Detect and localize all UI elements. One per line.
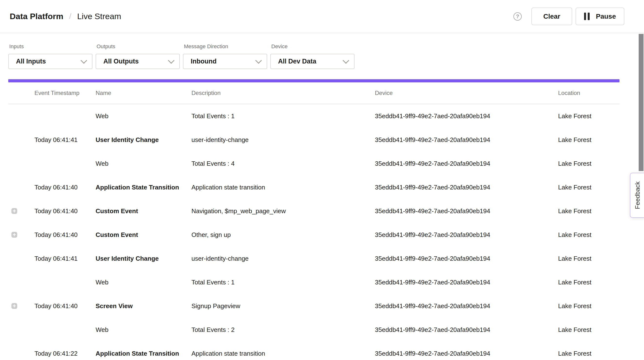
cell-location: Lake Forest [558,302,620,310]
column-header-device: Device [375,90,558,96]
expand-cell: + [8,113,34,119]
filter-outputs-label: Outputs [96,43,180,50]
expand-cell: + [8,279,34,285]
cell-device: 35eddb41-9ff9-49e2-7aed-20afa90eb194 [375,302,558,310]
event-row[interactable]: + Web Total Events : 1 35eddb41-9ff9-49e… [8,270,620,294]
cell-event-timestamp: Today 06:41:40 [34,302,96,310]
cell-event-timestamp: Today 06:41:41 [34,136,96,144]
cell-name: Application State Transition [96,184,192,191]
event-row[interactable]: + Today 06:41:41 User Identity Change us… [8,128,620,152]
cell-name: User Identity Change [96,255,192,262]
scrollbar-thumb[interactable] [639,34,644,171]
feedback-tab[interactable]: Feedback [630,173,644,218]
outputs-select[interactable]: All Outputs [96,54,180,69]
cell-device: 35eddb41-9ff9-49e2-7aed-20afa90eb194 [375,160,558,168]
cell-description: Total Events : 1 [192,279,375,286]
cell-device: 35eddb41-9ff9-49e2-7aed-20afa90eb194 [375,231,558,239]
column-header-event-timestamp: Event Timestamp [34,90,96,96]
event-row[interactable]: + Today 06:41:40 Custom Event Navigation… [8,199,620,223]
outputs-select-value: All Outputs [103,58,169,65]
cell-location: Lake Forest [558,184,620,191]
expand-cell: + [8,137,34,143]
column-header-description: Description [192,90,375,96]
cell-description: Total Events : 1 [192,112,375,120]
cell-description: user-identity-change [192,136,375,144]
cell-location: Lake Forest [558,160,620,168]
cell-location: Lake Forest [558,350,620,357]
cell-name: User Identity Change [96,136,192,144]
expand-cell: + [8,256,34,261]
top-bar: Data Platform / Live Stream ? Clear Paus… [0,0,644,33]
cell-name: Custom Event [96,231,192,239]
cell-device: 35eddb41-9ff9-49e2-7aed-20afa90eb194 [375,326,558,334]
cell-location: Lake Forest [558,255,620,262]
message-direction-select-value: Inbound [191,58,256,65]
filter-message-direction: Message Direction Inbound [183,33,267,69]
filter-device-label: Device [271,43,354,50]
device-select-value: All Dev Data [278,58,344,65]
event-row[interactable]: + Today 06:41:40 Custom Event Other, sig… [8,223,620,247]
expand-button[interactable]: + [12,303,17,309]
cell-description: Total Events : 2 [192,326,375,334]
cell-description: Other, sign up [192,231,375,239]
column-header-location: Location [558,90,620,96]
cell-description: Navigation, $mp_web_page_view [192,207,375,215]
event-row[interactable]: + Web Total Events : 4 35eddb41-9ff9-49e… [8,152,620,176]
pause-button[interactable]: Pause [576,7,624,25]
cell-location: Lake Forest [558,231,620,239]
inputs-select-value: All Inputs [16,58,82,65]
event-row[interactable]: + Today 06:41:40 Screen View Signup Page… [8,294,620,318]
cell-description: Application state transition [192,184,375,191]
cell-event-timestamp: Today 06:41:41 [34,255,96,262]
expand-cell: + [8,208,34,214]
stream-progress-bar [8,79,620,82]
event-row[interactable]: + Web Total Events : 2 35eddb41-9ff9-49e… [8,318,620,342]
column-header-name: Name [96,90,192,96]
clear-button[interactable]: Clear [532,7,572,25]
event-table-body: + Web Total Events : 1 35eddb41-9ff9-49e… [8,104,620,360]
live-stream-page: Data Platform / Live Stream ? Clear Paus… [0,0,644,360]
expand-button[interactable]: + [12,232,17,238]
event-table-header: Event Timestamp Name Description Device … [8,82,620,104]
breadcrumb: Data Platform / Live Stream [10,12,121,21]
event-row[interactable]: + Web Total Events : 1 35eddb41-9ff9-49e… [8,104,620,128]
inputs-select[interactable]: All Inputs [8,54,92,69]
chevron-down-icon [80,57,87,64]
expand-cell: + [8,184,34,190]
pause-button-label: Pause [596,12,616,20]
filter-device: Device All Dev Data [270,33,354,69]
cell-location: Lake Forest [558,279,620,286]
top-bar-actions: ? Clear Pause [514,7,624,25]
expand-button[interactable]: + [12,208,17,214]
event-table: Event Timestamp Name Description Device … [8,82,620,360]
message-direction-select[interactable]: Inbound [183,54,267,69]
help-icon[interactable]: ? [514,12,522,20]
device-select[interactable]: All Dev Data [270,54,354,69]
cell-name: Screen View [96,302,192,310]
cell-location: Lake Forest [558,207,620,215]
event-row[interactable]: + Today 06:41:40 Application State Trans… [8,176,620,199]
cell-description: Signup Pageview [192,302,375,310]
filter-inputs: Inputs All Inputs [8,33,92,69]
cell-name: Web [96,160,192,168]
chevron-down-icon [255,57,262,64]
cell-location: Lake Forest [558,112,620,120]
cell-name: Web [96,279,192,286]
cell-device: 35eddb41-9ff9-49e2-7aed-20afa90eb194 [375,255,558,262]
cell-description: user-identity-change [192,255,375,262]
feedback-tab-label: Feedback [634,181,641,209]
cell-device: 35eddb41-9ff9-49e2-7aed-20afa90eb194 [375,350,558,357]
chevron-down-icon [168,57,174,64]
cell-device: 35eddb41-9ff9-49e2-7aed-20afa90eb194 [375,136,558,144]
page-title: Live Stream [77,12,121,21]
cell-event-timestamp: Today 06:41:40 [34,231,96,239]
event-row[interactable]: + Today 06:41:22 Application State Trans… [8,342,620,360]
cell-name: Web [96,112,192,120]
filter-message-direction-label: Message Direction [184,43,267,50]
cell-device: 35eddb41-9ff9-49e2-7aed-20afa90eb194 [375,207,558,215]
breadcrumb-data-platform[interactable]: Data Platform [10,12,63,21]
cell-description: Total Events : 4 [192,160,375,168]
expand-cell: + [8,327,34,333]
filter-outputs: Outputs All Outputs [96,33,180,69]
event-row[interactable]: + Today 06:41:41 User Identity Change us… [8,247,620,270]
